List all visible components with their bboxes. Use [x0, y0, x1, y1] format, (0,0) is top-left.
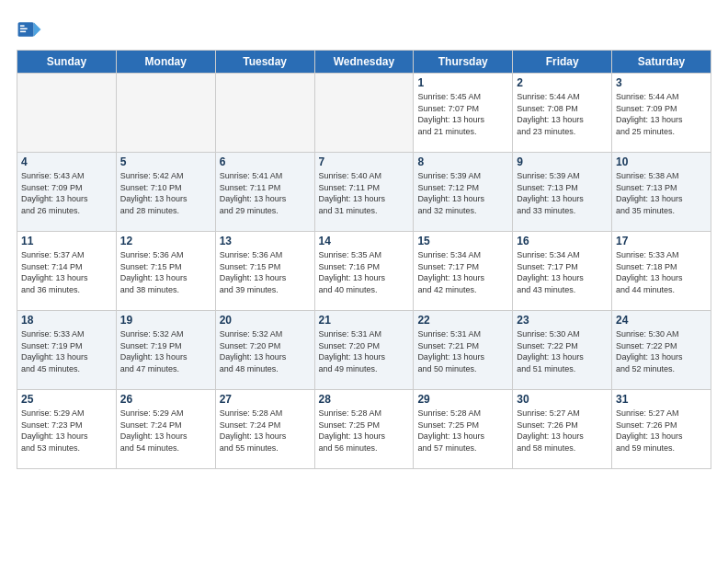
day-info: Sunrise: 5:34 AM Sunset: 7:17 PM Dayligh… [517, 249, 608, 295]
calendar-cell [17, 74, 117, 153]
calendar-week-row: 25Sunrise: 5:29 AM Sunset: 7:23 PM Dayli… [17, 390, 711, 469]
day-number: 26 [120, 393, 211, 406]
day-number: 27 [220, 393, 311, 406]
calendar-cell: 11Sunrise: 5:37 AM Sunset: 7:14 PM Dayli… [17, 232, 117, 311]
day-info: Sunrise: 5:33 AM Sunset: 7:19 PM Dayligh… [21, 328, 112, 374]
day-info: Sunrise: 5:27 AM Sunset: 7:26 PM Dayligh… [517, 408, 608, 454]
day-number: 31 [616, 393, 707, 406]
day-number: 5 [120, 155, 211, 168]
day-info: Sunrise: 5:27 AM Sunset: 7:26 PM Dayligh… [616, 408, 707, 454]
day-info: Sunrise: 5:43 AM Sunset: 7:09 PM Dayligh… [21, 170, 112, 216]
day-number: 6 [220, 155, 311, 168]
calendar-table: SundayMondayTuesdayWednesdayThursdayFrid… [17, 50, 711, 469]
day-number: 10 [616, 155, 707, 168]
calendar-cell [314, 74, 414, 153]
day-number: 14 [319, 235, 410, 247]
day-info: Sunrise: 5:31 AM Sunset: 7:20 PM Dayligh… [319, 328, 410, 374]
calendar-cell: 6Sunrise: 5:41 AM Sunset: 7:11 PM Daylig… [215, 153, 314, 232]
weekday-header-row: SundayMondayTuesdayWednesdayThursdayFrid… [17, 51, 711, 74]
day-info: Sunrise: 5:33 AM Sunset: 7:18 PM Dayligh… [616, 249, 707, 295]
calendar-cell: 18Sunrise: 5:33 AM Sunset: 7:19 PM Dayli… [17, 311, 117, 390]
day-number: 3 [616, 76, 707, 89]
calendar-week-row: 18Sunrise: 5:33 AM Sunset: 7:19 PM Dayli… [17, 311, 711, 390]
calendar-cell: 9Sunrise: 5:39 AM Sunset: 7:13 PM Daylig… [513, 153, 612, 232]
calendar-cell: 22Sunrise: 5:31 AM Sunset: 7:21 PM Dayli… [414, 311, 513, 390]
day-number: 2 [517, 76, 608, 89]
calendar-cell [215, 74, 314, 153]
calendar-cell: 4Sunrise: 5:43 AM Sunset: 7:09 PM Daylig… [17, 153, 117, 232]
day-number: 25 [21, 393, 112, 406]
calendar-cell: 13Sunrise: 5:36 AM Sunset: 7:15 PM Dayli… [215, 232, 314, 311]
svg-rect-4 [20, 31, 26, 33]
day-number: 7 [319, 155, 410, 168]
day-info: Sunrise: 5:40 AM Sunset: 7:11 PM Dayligh… [319, 170, 410, 216]
calendar-cell: 29Sunrise: 5:28 AM Sunset: 7:25 PM Dayli… [414, 390, 513, 469]
day-info: Sunrise: 5:34 AM Sunset: 7:17 PM Dayligh… [417, 249, 508, 295]
day-number: 12 [120, 235, 211, 247]
calendar-week-row: 4Sunrise: 5:43 AM Sunset: 7:09 PM Daylig… [17, 153, 711, 232]
weekday-header: Thursday [414, 51, 513, 74]
day-number: 21 [319, 314, 410, 327]
calendar-cell: 2Sunrise: 5:44 AM Sunset: 7:08 PM Daylig… [513, 74, 612, 153]
calendar-cell: 20Sunrise: 5:32 AM Sunset: 7:20 PM Dayli… [215, 311, 314, 390]
day-info: Sunrise: 5:36 AM Sunset: 7:15 PM Dayligh… [120, 249, 211, 295]
day-number: 24 [616, 314, 707, 327]
day-info: Sunrise: 5:31 AM Sunset: 7:21 PM Dayligh… [417, 328, 508, 374]
day-info: Sunrise: 5:45 AM Sunset: 7:07 PM Dayligh… [417, 91, 508, 137]
day-number: 17 [616, 235, 707, 247]
logo-icon [17, 17, 42, 42]
calendar-page: SundayMondayTuesdayWednesdayThursdayFrid… [0, 0, 728, 563]
calendar-cell: 28Sunrise: 5:28 AM Sunset: 7:25 PM Dayli… [314, 390, 414, 469]
day-info: Sunrise: 5:38 AM Sunset: 7:13 PM Dayligh… [616, 170, 707, 216]
day-info: Sunrise: 5:29 AM Sunset: 7:24 PM Dayligh… [120, 408, 211, 454]
calendar-week-row: 1Sunrise: 5:45 AM Sunset: 7:07 PM Daylig… [17, 74, 711, 153]
calendar-cell: 5Sunrise: 5:42 AM Sunset: 7:10 PM Daylig… [116, 153, 215, 232]
calendar-cell: 19Sunrise: 5:32 AM Sunset: 7:19 PM Dayli… [116, 311, 215, 390]
calendar-cell: 21Sunrise: 5:31 AM Sunset: 7:20 PM Dayli… [314, 311, 414, 390]
svg-rect-3 [20, 28, 28, 29]
calendar-cell: 24Sunrise: 5:30 AM Sunset: 7:22 PM Dayli… [612, 311, 711, 390]
day-info: Sunrise: 5:37 AM Sunset: 7:14 PM Dayligh… [21, 249, 112, 295]
weekday-header: Tuesday [215, 51, 314, 74]
calendar-cell: 10Sunrise: 5:38 AM Sunset: 7:13 PM Dayli… [612, 153, 711, 232]
day-info: Sunrise: 5:41 AM Sunset: 7:11 PM Dayligh… [220, 170, 311, 216]
day-info: Sunrise: 5:39 AM Sunset: 7:13 PM Dayligh… [517, 170, 608, 216]
weekday-header: Monday [116, 51, 215, 74]
day-number: 18 [21, 314, 112, 327]
calendar-cell: 3Sunrise: 5:44 AM Sunset: 7:09 PM Daylig… [612, 74, 711, 153]
day-info: Sunrise: 5:42 AM Sunset: 7:10 PM Dayligh… [120, 170, 211, 216]
svg-marker-1 [34, 22, 41, 37]
weekday-header: Wednesday [314, 51, 414, 74]
day-number: 20 [220, 314, 311, 327]
svg-rect-2 [20, 25, 25, 27]
calendar-week-row: 11Sunrise: 5:37 AM Sunset: 7:14 PM Dayli… [17, 232, 711, 311]
day-info: Sunrise: 5:44 AM Sunset: 7:08 PM Dayligh… [517, 91, 608, 137]
weekday-header: Saturday [612, 51, 711, 74]
weekday-header: Sunday [17, 51, 117, 74]
day-number: 23 [517, 314, 608, 327]
day-number: 4 [21, 155, 112, 168]
calendar-cell: 23Sunrise: 5:30 AM Sunset: 7:22 PM Dayli… [513, 311, 612, 390]
day-info: Sunrise: 5:32 AM Sunset: 7:20 PM Dayligh… [220, 328, 311, 374]
calendar-cell: 12Sunrise: 5:36 AM Sunset: 7:15 PM Dayli… [116, 232, 215, 311]
day-info: Sunrise: 5:28 AM Sunset: 7:25 PM Dayligh… [417, 408, 508, 454]
calendar-cell: 14Sunrise: 5:35 AM Sunset: 7:16 PM Dayli… [314, 232, 414, 311]
calendar-cell: 15Sunrise: 5:34 AM Sunset: 7:17 PM Dayli… [414, 232, 513, 311]
day-number: 16 [517, 235, 608, 247]
day-info: Sunrise: 5:39 AM Sunset: 7:12 PM Dayligh… [417, 170, 508, 216]
calendar-cell: 31Sunrise: 5:27 AM Sunset: 7:26 PM Dayli… [612, 390, 711, 469]
calendar-cell: 16Sunrise: 5:34 AM Sunset: 7:17 PM Dayli… [513, 232, 612, 311]
day-info: Sunrise: 5:32 AM Sunset: 7:19 PM Dayligh… [120, 328, 211, 374]
day-number: 8 [417, 155, 508, 168]
day-info: Sunrise: 5:36 AM Sunset: 7:15 PM Dayligh… [220, 249, 311, 295]
day-info: Sunrise: 5:35 AM Sunset: 7:16 PM Dayligh… [319, 249, 410, 295]
day-info: Sunrise: 5:44 AM Sunset: 7:09 PM Dayligh… [616, 91, 707, 137]
day-info: Sunrise: 5:29 AM Sunset: 7:23 PM Dayligh… [21, 408, 112, 454]
calendar-cell: 25Sunrise: 5:29 AM Sunset: 7:23 PM Dayli… [17, 390, 117, 469]
calendar-cell: 1Sunrise: 5:45 AM Sunset: 7:07 PM Daylig… [414, 74, 513, 153]
calendar-cell: 26Sunrise: 5:29 AM Sunset: 7:24 PM Dayli… [116, 390, 215, 469]
day-number: 29 [417, 393, 508, 406]
day-info: Sunrise: 5:30 AM Sunset: 7:22 PM Dayligh… [517, 328, 608, 374]
logo [17, 17, 46, 42]
calendar-cell [116, 74, 215, 153]
